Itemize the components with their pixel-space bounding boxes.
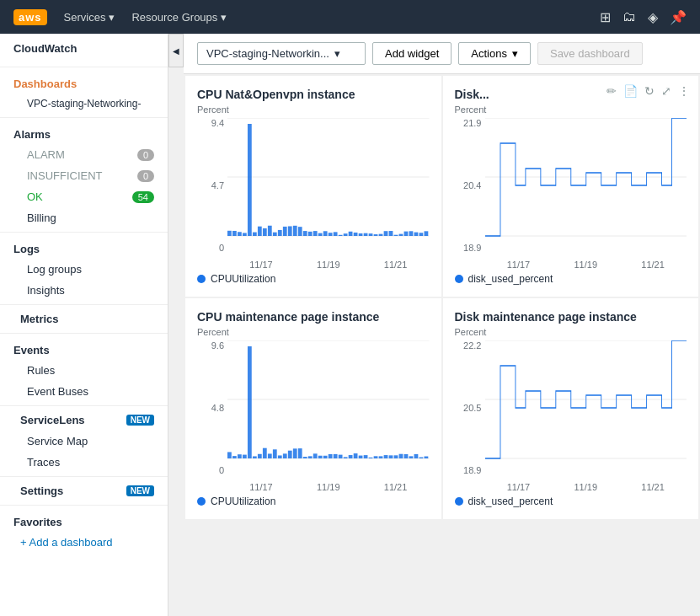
- svg-rect-83: [399, 454, 403, 458]
- svg-rect-42: [425, 231, 429, 236]
- copy-icon[interactable]: 📄: [623, 84, 638, 98]
- settings-new-badge: NEW: [126, 485, 154, 496]
- ok-badge: 54: [132, 191, 154, 203]
- svg-rect-35: [389, 231, 393, 236]
- y-axis-label: 0: [219, 243, 224, 253]
- svg-rect-15: [288, 226, 292, 236]
- svg-rect-68: [323, 456, 328, 458]
- svg-rect-56: [263, 448, 267, 458]
- sidebar-item-ok[interactable]: OK 54: [0, 186, 168, 207]
- sidebar-item-billing[interactable]: Billing: [0, 207, 168, 228]
- svg-rect-70: [334, 454, 338, 458]
- dashboards-section[interactable]: Dashboards: [0, 71, 168, 94]
- sidebar-item-dashboard[interactable]: VPC-staging-Networking-: [0, 94, 168, 114]
- svg-rect-49: [227, 452, 232, 458]
- legend-color-dot: [455, 275, 463, 283]
- main-content: VPC-staging-Networkin... ▾ Add widget Ac…: [184, 34, 700, 616]
- chevron-down-icon: ▾: [221, 11, 227, 24]
- x-axis-label: 11/21: [641, 482, 665, 492]
- svg-rect-81: [389, 455, 393, 458]
- svg-rect-20: [313, 231, 318, 236]
- nav-icons: ⊞ 🗂 ◈ 📌: [600, 9, 687, 25]
- chart-y-label: Percent: [197, 104, 430, 115]
- svg-rect-58: [273, 449, 277, 458]
- stack-icon[interactable]: 🗂: [623, 9, 636, 25]
- expand-icon[interactable]: ⤢: [661, 84, 671, 98]
- resource-groups-nav[interactable]: Resource Groups ▾: [131, 11, 227, 24]
- cloudwatch-header[interactable]: CloudWatch: [0, 34, 168, 63]
- svg-rect-84: [404, 454, 409, 458]
- sidebar-item-alarm[interactable]: ALARM 0: [0, 144, 168, 165]
- sidebar-item-rules[interactable]: Rules: [0, 360, 168, 381]
- svg-rect-86: [414, 454, 419, 458]
- cube-icon[interactable]: ◈: [648, 9, 658, 25]
- sidebar-item-servicelens[interactable]: ServiceLens NEW: [0, 410, 168, 431]
- sidebar-item-service-map[interactable]: Service Map: [0, 431, 168, 452]
- sidebar-item-insights[interactable]: Insights: [0, 280, 168, 301]
- y-axis-label: 4.8: [211, 403, 224, 413]
- chart-area: 21.920.418.911/1711/1911/21: [455, 118, 687, 270]
- svg-rect-80: [384, 455, 388, 458]
- refresh-icon[interactable]: ↻: [644, 84, 655, 98]
- sidebar-item-metrics[interactable]: Metrics: [0, 308, 168, 329]
- svg-rect-16: [293, 226, 297, 236]
- svg-rect-62: [293, 448, 297, 458]
- svg-rect-71: [339, 455, 343, 458]
- actions-button[interactable]: Actions ▾: [458, 42, 531, 65]
- chart-card-disk-nat: Disk...✏📄↻⤢⋮Percent21.920.418.911/1711/1…: [443, 76, 699, 297]
- svg-rect-24: [334, 232, 338, 236]
- svg-rect-76: [364, 455, 368, 458]
- chart-svg-container: [485, 340, 687, 475]
- legend-color-dot: [455, 497, 463, 506]
- aws-logo[interactable]: aws: [13, 9, 47, 25]
- more-icon[interactable]: ⋮: [678, 84, 690, 98]
- svg-rect-28: [354, 233, 358, 236]
- y-axis-label: 18.9: [463, 465, 481, 475]
- sidebar: CloudWatch Dashboards VPC-staging-Networ…: [0, 34, 168, 616]
- chevron-down-icon: ▾: [512, 47, 518, 60]
- add-widget-button[interactable]: Add widget: [372, 42, 452, 65]
- svg-rect-5: [238, 232, 242, 236]
- chart-title: CPU maintenance page instance: [197, 310, 430, 324]
- y-axis: 21.920.418.9: [455, 118, 482, 253]
- svg-rect-17: [298, 227, 302, 236]
- sidebar-collapse-btn[interactable]: ◀: [168, 34, 184, 67]
- sidebar-item-traces[interactable]: Traces: [0, 452, 168, 473]
- svg-rect-34: [384, 231, 388, 236]
- svg-rect-40: [414, 233, 419, 236]
- sidebar-item-insufficient[interactable]: INSUFFICIENT 0: [0, 165, 168, 186]
- edit-icon[interactable]: ✏: [606, 84, 617, 98]
- dashboard-selector[interactable]: VPC-staging-Networkin... ▾: [197, 42, 366, 65]
- logs-section[interactable]: Logs: [0, 236, 168, 259]
- grid-icon[interactable]: ⊞: [600, 9, 611, 25]
- svg-rect-3: [227, 231, 232, 236]
- services-nav[interactable]: Services ▾: [64, 11, 115, 24]
- svg-rect-53: [248, 346, 252, 458]
- svg-rect-77: [369, 458, 373, 458]
- svg-rect-54: [253, 456, 257, 458]
- alarms-section[interactable]: Alarms: [0, 121, 168, 144]
- chart-y-label: Percent: [455, 104, 687, 115]
- svg-rect-50: [232, 456, 237, 458]
- x-axis: 11/1711/1911/21: [485, 482, 687, 492]
- sidebar-item-settings[interactable]: Settings NEW: [0, 480, 168, 501]
- bookmark-icon[interactable]: 📌: [670, 9, 687, 25]
- add-dashboard-btn[interactable]: + Add a dashboard: [0, 532, 168, 553]
- svg-rect-85: [409, 456, 414, 458]
- chart-legend: disk_used_percent: [455, 273, 687, 285]
- alarm-badge: 0: [137, 149, 154, 161]
- y-axis-label: 4.7: [211, 180, 224, 190]
- x-axis-label: 11/21: [384, 260, 408, 270]
- svg-rect-72: [344, 457, 348, 458]
- chart-svg-container: [227, 340, 430, 475]
- y-axis-label: 9.4: [211, 118, 224, 128]
- sidebar-item-log-groups[interactable]: Log groups: [0, 259, 168, 280]
- favorites-section: Favorites: [0, 509, 168, 532]
- legend-label: CPUUtilization: [211, 273, 275, 285]
- chart-y-label: Percent: [197, 327, 430, 337]
- svg-rect-27: [349, 232, 353, 236]
- x-axis-label: 11/19: [317, 482, 340, 492]
- events-section[interactable]: Events: [0, 337, 168, 360]
- sidebar-item-event-buses[interactable]: Event Buses: [0, 381, 168, 402]
- save-dashboard-button: Save dashboard: [537, 42, 643, 65]
